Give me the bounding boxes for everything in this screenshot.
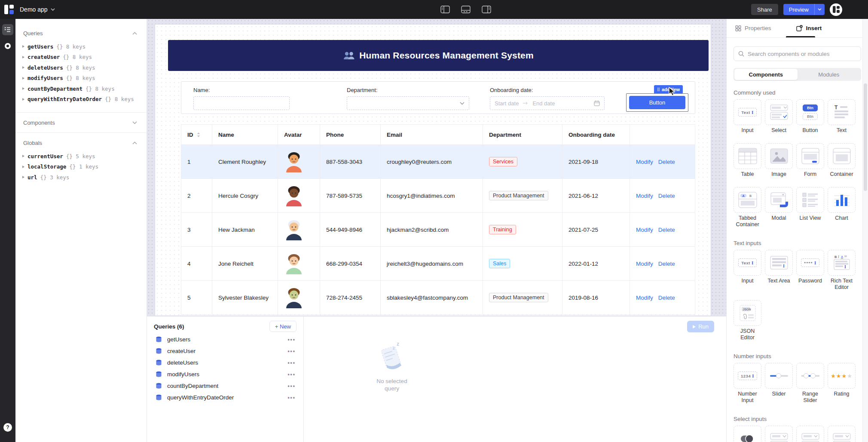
inspector-node[interactable]: deleteUsers{} 8 keys: [22, 62, 147, 73]
inspector-node[interactable]: currentUser{} 5 keys: [22, 151, 147, 162]
component-card-image[interactable]: Image: [765, 143, 793, 178]
expand-caret-icon[interactable]: [22, 166, 24, 168]
components-section-header[interactable]: Components: [15, 116, 147, 129]
modify-link[interactable]: Modify: [636, 295, 653, 301]
toggle-left-panel-icon[interactable]: [440, 6, 450, 13]
share-button[interactable]: Share: [751, 4, 778, 15]
new-query-button[interactable]: + New: [269, 321, 296, 332]
expand-caret-icon[interactable]: [22, 87, 24, 90]
preview-dropdown-caret[interactable]: [814, 4, 825, 15]
inspector-node[interactable]: localStorage{} 1 keys: [22, 162, 147, 172]
delete-link[interactable]: Delete: [658, 261, 675, 267]
table-header-cell[interactable]: Department: [483, 125, 562, 145]
component-card-password[interactable]: ****IPassword: [796, 250, 824, 291]
component-card-form[interactable]: Form: [796, 143, 824, 178]
delete-link[interactable]: Delete: [658, 227, 675, 233]
selected-widget-frame[interactable]: Button: [626, 93, 688, 112]
sort-icon[interactable]: [197, 132, 200, 137]
query-list-item[interactable]: queryWithEntryDateOrder•••: [147, 392, 303, 403]
table-header-cell[interactable]: ID: [181, 125, 212, 145]
component-card-dropdown-icon[interactable]: [765, 426, 793, 442]
component-search[interactable]: [734, 46, 861, 61]
table-header-cell[interactable]: Name: [212, 125, 278, 145]
component-card-input[interactable]: TextIInput: [734, 250, 761, 291]
table-row[interactable]: 5Sylvester Blakesley728-274-2455sblakesl…: [181, 281, 695, 315]
app-name-menu[interactable]: Demo app: [20, 6, 55, 13]
expand-caret-icon[interactable]: [22, 56, 24, 58]
query-list-item[interactable]: deleteUsers•••: [147, 357, 303, 368]
toggle-bottom-panel-icon[interactable]: [461, 6, 471, 13]
queries-section-header[interactable]: Queries: [15, 27, 147, 40]
department-filter-select[interactable]: [347, 96, 469, 110]
table-row[interactable]: 1Clement Roughley887-558-3043croughley0@…: [181, 145, 695, 179]
page-title-widget[interactable]: Human Resources Management System: [168, 40, 709, 71]
table-row[interactable]: 4Jone Reichelt668-299-0354jreichelt3@hug…: [181, 247, 695, 281]
query-menu-icon[interactable]: •••: [287, 395, 296, 401]
expand-caret-icon[interactable]: [22, 176, 24, 178]
app-logo-icon[interactable]: [4, 5, 14, 14]
query-menu-icon[interactable]: •••: [287, 371, 296, 378]
component-card-container[interactable]: Container: [828, 143, 856, 178]
component-card-number-input[interactable]: 1234INumber Input: [734, 363, 761, 404]
run-query-button[interactable]: Run: [687, 321, 714, 332]
inspector-node[interactable]: createUser{} 8 keys: [22, 52, 147, 63]
component-card-rating[interactable]: ★★★★Rating: [828, 363, 856, 404]
users-table[interactable]: IDNameAvatarPhoneEmailDepartmentOnboardi…: [181, 124, 695, 315]
name-filter-input[interactable]: [193, 96, 290, 110]
globals-section-header[interactable]: Globals: [15, 136, 147, 149]
scrollbar-thumb[interactable]: [864, 83, 867, 191]
workspace-avatar[interactable]: [830, 3, 842, 16]
modify-link[interactable]: Modify: [636, 261, 653, 267]
component-search-input[interactable]: [748, 51, 856, 57]
app-page[interactable]: Human Resources Management System Name: …: [155, 24, 711, 316]
inspector-node[interactable]: url{} 3 keys: [22, 172, 147, 183]
modules-toggle[interactable]: Modules: [798, 69, 861, 80]
query-menu-icon[interactable]: •••: [287, 348, 296, 354]
expand-caret-icon[interactable]: [22, 45, 24, 48]
query-list-item[interactable]: modifyUsers•••: [147, 368, 303, 380]
preview-button[interactable]: Preview: [783, 4, 825, 15]
tab-properties[interactable]: Properties: [735, 25, 771, 31]
table-row[interactable]: 3Hew Jackman544-949-8946hjackman2@scribd…: [181, 213, 695, 247]
component-card-select[interactable]: Select: [765, 99, 793, 134]
component-card-range-slider[interactable]: Range Slider: [796, 363, 824, 404]
canvas-area[interactable]: Human Resources Management System Name: …: [147, 19, 726, 316]
inspector-node[interactable]: getUsers{} 8 keys: [22, 41, 147, 52]
delete-link[interactable]: Delete: [658, 193, 675, 199]
expand-caret-icon[interactable]: [22, 77, 24, 80]
toggle-right-panel-icon[interactable]: [482, 6, 491, 13]
date-range-picker[interactable]: Start date End date: [490, 96, 605, 110]
inspector-node[interactable]: modifyUsers{} 8 keys: [22, 73, 147, 84]
component-card-text[interactable]: TText: [828, 99, 856, 134]
query-menu-icon[interactable]: •••: [287, 337, 296, 343]
component-card-button[interactable]: BtnBtnButton: [796, 99, 824, 134]
modify-link[interactable]: Modify: [636, 159, 653, 165]
modify-link[interactable]: Modify: [636, 227, 653, 233]
inspector-rail-icon[interactable]: [2, 24, 13, 35]
component-card-dropdown-icon[interactable]: [796, 426, 824, 442]
component-card-tabbed-container[interactable]: ABTabbed Container: [734, 187, 761, 228]
component-card-json-editor[interactable]: JSONJSON Editor: [734, 300, 761, 341]
modify-link[interactable]: Modify: [636, 193, 653, 199]
component-card-input[interactable]: TextIInput: [734, 99, 761, 134]
table-header-cell[interactable]: Email: [381, 125, 483, 145]
component-card-text-area[interactable]: IText Area: [765, 250, 793, 291]
delete-link[interactable]: Delete: [658, 295, 675, 301]
table-header-cell[interactable]: Avatar: [278, 125, 320, 145]
help-icon[interactable]: ?: [3, 423, 12, 432]
add-new-button[interactable]: Button: [629, 96, 685, 109]
expand-caret-icon[interactable]: [22, 98, 24, 101]
table-header-cell[interactable]: [630, 125, 695, 145]
delete-link[interactable]: Delete: [658, 159, 675, 165]
inspector-node[interactable]: queryWithEntryDateOrder{} 8 keys: [22, 94, 147, 105]
components-toggle[interactable]: Components: [734, 69, 798, 80]
query-menu-icon[interactable]: •••: [287, 383, 296, 389]
component-card-dropdown-icon[interactable]: [828, 426, 856, 442]
component-card-rich-text-editor[interactable]: BIA99IRich Text Editor: [828, 250, 856, 291]
tab-insert[interactable]: Insert: [796, 25, 822, 31]
table-header-cell[interactable]: Onboarding date: [562, 125, 630, 145]
debugger-rail-icon[interactable]: [2, 40, 13, 52]
query-list-item[interactable]: getUsers•••: [147, 334, 303, 345]
component-card-list-view[interactable]: List View: [796, 187, 824, 228]
table-row[interactable]: 2Hercule Cosgry787-589-5735hcosgry1@indi…: [181, 179, 695, 213]
